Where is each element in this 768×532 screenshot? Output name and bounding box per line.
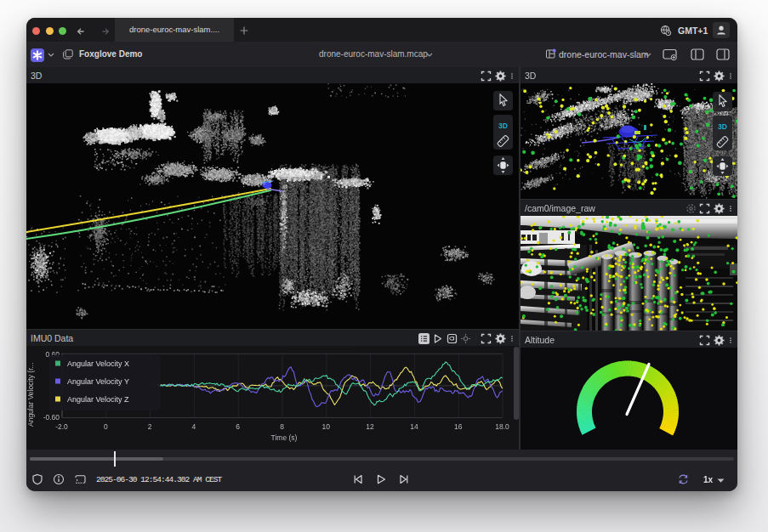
svg-text:3D: 3D: [718, 122, 727, 131]
svg-text:3D: 3D: [498, 122, 508, 130]
